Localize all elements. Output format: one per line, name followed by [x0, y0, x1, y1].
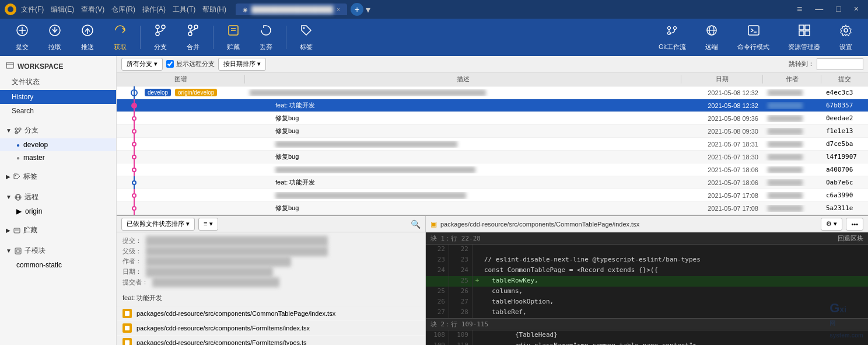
table-row[interactable]: develop origin/develop █████████████████… — [117, 86, 868, 99]
menu-view[interactable]: 查看(V) — [81, 5, 104, 15]
file-view-dropdown[interactable]: ≡ ▾ — [198, 218, 218, 231]
date-label: 日期： — [123, 268, 142, 275]
sidebar-history[interactable]: History — [0, 90, 116, 104]
toolbar-gitflow-button[interactable]: Git工作流 — [650, 21, 694, 54]
menu-edit[interactable]: 编辑(E) — [51, 5, 74, 15]
table-row[interactable]: feat: 功能开发 2021-05-07 18:06 ████ 0ab7e6c — [117, 176, 868, 189]
commit-icon — [15, 23, 29, 40]
add-tab-button[interactable]: + — [351, 3, 363, 16]
header-graph: 图谱 — [117, 75, 245, 83]
minimize-button[interactable]: — — [810, 3, 828, 16]
graph-cell — [117, 176, 245, 189]
toolbar-discard-button[interactable]: 丢弃 — [251, 21, 281, 54]
show-remote-label: 显示远程分支 — [176, 60, 215, 68]
table-row[interactable]: ████████████████████████████████████████… — [117, 138, 868, 151]
svg-point-13 — [194, 25, 198, 29]
new-line-num: 28 — [449, 308, 473, 318]
svg-point-67 — [132, 207, 136, 210]
commit-hash: 67b0357 — [821, 102, 868, 109]
menu-help[interactable]: 帮助(H) — [202, 5, 226, 15]
branch-filter-dropdown[interactable]: 所有分支 ▾ — [121, 58, 163, 71]
diff-row: 26 27 tableHookOption, — [426, 297, 868, 308]
svg-point-20 — [668, 27, 671, 30]
jump-to-input[interactable] — [817, 58, 863, 70]
stash-label: 贮藏 — [23, 225, 37, 235]
file-sort-dropdown[interactable]: 已依照文件状态排序 ▾ — [121, 218, 195, 231]
branch-filter-label: 所有分支 ▾ — [127, 60, 158, 68]
toolbar-separator-1 — [140, 26, 141, 49]
tags-section: ▶ 标签 — [0, 166, 116, 187]
table-row[interactable]: ████████████████████████████████████████… — [117, 189, 868, 202]
desc-blurred: ████████████████████████████████████████… — [275, 192, 466, 199]
maximize-button[interactable]: □ — [831, 3, 845, 16]
svg-point-55 — [132, 130, 136, 133]
menu-actions[interactable]: 操作(A) — [142, 5, 166, 15]
svg-rect-34 — [6, 62, 13, 68]
sidebar-workspace[interactable]: WORKSPACE — [0, 58, 116, 74]
remotes-header[interactable]: ▼ 远程 — [0, 189, 116, 205]
commit-hash: e4ec3c3 — [821, 89, 868, 96]
remote-origin[interactable]: ▶ origin — [0, 205, 116, 218]
branches-header[interactable]: ▼ 分支 — [0, 123, 116, 138]
commit-desc: 修复bug — [245, 204, 681, 212]
menu-file[interactable]: 文件(F) — [21, 5, 44, 15]
old-line-num: 26 — [426, 297, 449, 308]
toolbar-pull-button[interactable]: 拉取 — [40, 21, 70, 54]
close-window-button[interactable]: × — [849, 3, 863, 16]
svg-rect-47 — [16, 250, 20, 252]
diff-settings-dropdown[interactable]: ⚙ ▾ — [821, 218, 842, 231]
tags-header[interactable]: ▶ 标签 — [0, 169, 116, 184]
commit-hash: a400706 — [821, 166, 868, 173]
toolbar-push-button[interactable]: 推送 — [72, 21, 103, 54]
toolbar-merge-button[interactable]: 合并 — [178, 21, 208, 54]
file-search-icon[interactable]: 🔍 — [411, 219, 421, 229]
submodule-common-static[interactable]: common-static — [0, 259, 116, 271]
diff-sign — [473, 308, 482, 318]
table-row[interactable]: 修复bug 2021-05-08 09:30 ████ f1e1e13 — [117, 125, 868, 138]
list-item[interactable]: packages/cdd-resource/src/components/Com… — [117, 306, 425, 321]
toolbar-commit-button[interactable]: 提交 — [7, 21, 37, 54]
toolbar-tag-button[interactable]: 标签 — [291, 21, 321, 54]
diff-row: 25 26 columns, — [426, 287, 868, 297]
revert-block-button[interactable]: 回退区块 — [838, 234, 863, 243]
submodules-header[interactable]: ▼ 子模块 — [0, 243, 116, 259]
toolbar-stash-button[interactable]: 贮藏 — [218, 21, 249, 54]
commit-author: ████ — [763, 179, 821, 186]
table-row[interactable]: feat: 功能开发 2021-05-08 12:32 ████ 67b0357 — [117, 99, 868, 112]
pull-icon — [48, 23, 62, 40]
toolbar-explorer-button[interactable]: 资源管理器 — [780, 21, 828, 54]
diff-more-button[interactable]: ••• — [846, 218, 863, 231]
discard-label: 丢弃 — [260, 43, 272, 51]
svg-point-57 — [132, 142, 136, 146]
toolbar-settings-button[interactable]: 设置 — [831, 21, 861, 54]
sidebar-search[interactable]: Search — [0, 104, 116, 118]
toolbar-branch-button[interactable]: 分支 — [145, 21, 176, 54]
table-row[interactable]: ████████████████████████████████████████… — [117, 163, 868, 176]
menu-repo[interactable]: 仓库(R) — [111, 5, 135, 15]
toolbar-fetch-button[interactable]: 获取 — [105, 21, 135, 54]
show-remote-checkbox[interactable] — [166, 60, 174, 68]
active-tab[interactable]: ◉ ██████████████████ × — [236, 4, 347, 15]
list-item[interactable]: packages/cdd-resource/src/components/For… — [117, 321, 425, 336]
toolbar-terminal-button[interactable]: 命令行模式 — [729, 21, 778, 54]
list-item[interactable]: packages/cdd-resource/src/components/For… — [117, 336, 425, 345]
commit-date: 2021-05-08 12:32 — [681, 102, 763, 109]
menu-bar: 文件(F) 编辑(E) 查看(V) 仓库(R) 操作(A) 工具(T) 帮助(H… — [21, 5, 226, 15]
old-line-num — [426, 276, 449, 287]
sidebar-file-status[interactable]: 文件状态 — [0, 74, 116, 90]
table-row[interactable]: 修复bug 2021-05-07 17:08 ████ 5a2311e — [117, 202, 868, 215]
branch-develop[interactable]: ● develop — [0, 138, 116, 151]
branch-master[interactable]: ● master — [0, 151, 116, 164]
svg-rect-70 — [125, 311, 130, 316]
menu-tools[interactable]: 工具(T) — [173, 5, 195, 15]
tab-dropdown-icon[interactable]: ▾ — [366, 4, 370, 15]
table-row[interactable]: 修复bug 2021-05-08 09:36 ████ 0eedae2 — [117, 112, 868, 125]
hamburger-icon[interactable]: ≡ — [792, 3, 807, 16]
commit-author: ████ — [763, 192, 821, 199]
graph-cell — [117, 125, 245, 138]
toolbar-remote-button[interactable]: 远端 — [696, 21, 727, 54]
tab-close-icon[interactable]: × — [337, 6, 340, 13]
table-row[interactable]: 修复bug 2021-05-07 18:30 ████ l4f19907 — [117, 151, 868, 163]
sort-dropdown[interactable]: 按日期排序 ▾ — [218, 58, 266, 71]
stash-header[interactable]: ▶ 贮藏 — [0, 222, 116, 238]
